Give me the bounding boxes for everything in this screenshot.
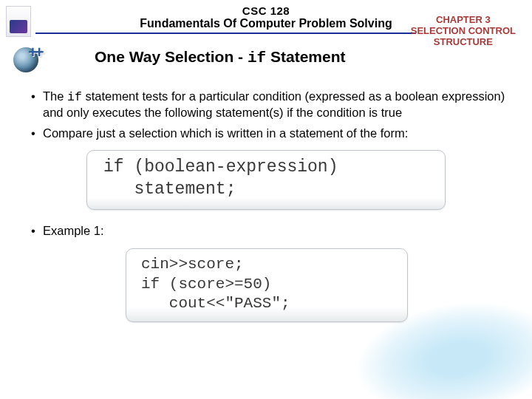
bullet-1-post: statement tests for a particular conditi… — [43, 89, 505, 119]
bullet-2: Compare just a selection which is writte… — [31, 126, 510, 141]
bullet-1-keyword: if — [67, 90, 82, 104]
university-logo — [6, 6, 31, 37]
chapter-subtitle-1: SELECTION CONTROL — [411, 26, 516, 37]
code-example-line1: cin>>score; — [141, 256, 244, 273]
section-title-pre: One Way Selection - — [95, 48, 248, 65]
header-divider — [35, 33, 416, 34]
code-syntax-box: if (boolean-expression) statement; — [86, 150, 446, 210]
bullet-1: The if statement tests for a particular … — [31, 89, 510, 121]
code-example-box: cin>>score; if (score>=50) cout<<"PASS"; — [126, 248, 408, 323]
bullet-1-pre: The — [43, 89, 67, 103]
logo-crest — [10, 20, 27, 33]
bullet-3: Example 1: — [31, 223, 510, 239]
chapter-subtitle-2: STRUCTURE — [411, 37, 516, 48]
chapter-label: CHAPTER 3 SELECTION CONTROL STRUCTURE — [411, 15, 516, 48]
code-example-line2: if (score>=50) — [141, 276, 271, 293]
section-title-post: Statement — [266, 48, 345, 65]
code-syntax-line1: if (boolean-expression) — [103, 157, 338, 177]
cpp-icon: ++ — [13, 43, 53, 77]
plus-plus-icon: ++ — [28, 43, 41, 62]
chapter-number: CHAPTER 3 — [411, 15, 516, 26]
code-example-line3: cout<<"PASS"; — [141, 295, 290, 312]
section-title: One Way Selection - if Statement — [95, 48, 346, 66]
slide-content: The if statement tests for a particular … — [22, 89, 510, 335]
section-title-keyword: if — [248, 50, 266, 66]
code-syntax-line2: statement; — [103, 180, 236, 199]
